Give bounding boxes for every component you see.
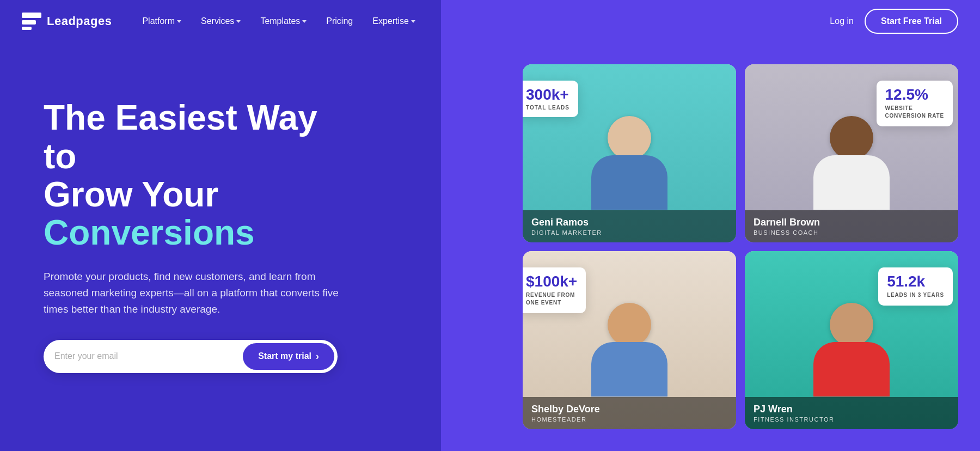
stat-label: Total Leads	[526, 105, 569, 111]
card-label-darnell: Darnell Brown Business Coach	[745, 210, 958, 242]
navigation: Leadpages Platform Services Templates Pr…	[0, 0, 980, 42]
email-form: Start my trial ›	[44, 340, 338, 373]
hero-content: The Easiest Way to Grow Your Conversions…	[0, 42, 392, 451]
start-trial-cta[interactable]: Start my trial ›	[243, 343, 334, 370]
stat-badge-512: 51.2k Leads in 3 years	[878, 267, 953, 306]
nav-platform[interactable]: Platform	[133, 12, 190, 31]
stat-badge-125: 12.5% WebsiteConversion Rate	[877, 81, 953, 126]
person-role: Digital Marketer	[531, 229, 727, 236]
nav-templates[interactable]: Templates	[252, 12, 315, 31]
person-role: Homesteader	[531, 416, 727, 423]
card-label-pj: PJ Wren Fitness Instructor	[745, 397, 958, 429]
person-body	[591, 155, 667, 210]
login-button[interactable]: Log in	[830, 16, 854, 26]
chevron-down-icon	[411, 20, 415, 23]
logo[interactable]: Leadpages	[22, 11, 112, 31]
brand-name: Leadpages	[47, 14, 112, 28]
chevron-down-icon	[236, 20, 241, 23]
person-figure-darnell	[813, 116, 890, 210]
chevron-down-icon	[177, 20, 181, 23]
testimonial-card-shelby: Shelby DeVore Homesteader $100k+ Revenue…	[523, 251, 736, 429]
testimonial-card-geni: Geni Ramos Digital Marketer 300k+ Total …	[523, 64, 736, 242]
card-label-geni: Geni Ramos Digital Marketer	[523, 210, 736, 242]
nav-pricing[interactable]: Pricing	[317, 12, 362, 31]
email-input[interactable]	[54, 347, 243, 365]
person-name: Geni Ramos	[531, 217, 727, 228]
testimonials-grid: Geni Ramos Digital Marketer 300k+ Total …	[490, 42, 980, 451]
testimonial-card-darnell: Darnell Brown Business Coach 12.5% Websi…	[745, 64, 958, 242]
chevron-down-icon	[302, 20, 307, 23]
person-role: Business Coach	[754, 229, 950, 236]
logo-icon	[22, 11, 41, 31]
stat-label: Revenue fromone event	[526, 291, 577, 307]
stat-value: 12.5%	[885, 87, 945, 102]
stat-value: 300k+	[526, 87, 569, 102]
stat-badge-300k: 300k+ Total Leads	[523, 81, 578, 117]
person-body	[591, 342, 667, 397]
hero-title: The Easiest Way to Grow Your Conversions	[44, 99, 348, 252]
person-figure-geni	[591, 116, 667, 210]
stat-value: 51.2k	[887, 274, 944, 289]
card-label-shelby: Shelby DeVore Homesteader	[523, 397, 736, 429]
person-name: Darnell Brown	[754, 217, 950, 228]
testimonial-card-pj: PJ Wren Fitness Instructor 51.2k Leads i…	[745, 251, 958, 429]
person-role: Fitness Instructor	[754, 416, 950, 423]
hero-subtitle: Promote your products, find new customer…	[44, 269, 348, 318]
start-trial-button[interactable]: Start Free Trial	[865, 9, 958, 34]
nav-right: Log in Start Free Trial	[830, 9, 958, 34]
person-name: PJ Wren	[754, 404, 950, 415]
arrow-icon: ›	[316, 351, 319, 362]
person-figure-shelby	[591, 303, 667, 397]
stat-label: Leads in 3 years	[887, 291, 944, 299]
hero-title-accent: Conversions	[44, 213, 255, 252]
stat-value: $100k+	[526, 274, 577, 289]
person-body	[813, 342, 890, 397]
person-head	[830, 116, 873, 160]
stat-badge-100k: $100k+ Revenue fromone event	[523, 267, 586, 313]
person-body	[813, 155, 890, 210]
person-head	[830, 303, 873, 346]
person-figure-pj	[813, 303, 890, 397]
nav-links: Platform Services Templates Pricing Expe…	[133, 12, 830, 31]
stat-label: WebsiteConversion Rate	[885, 105, 945, 120]
person-head	[608, 116, 651, 160]
nav-expertise[interactable]: Expertise	[364, 12, 424, 31]
person-name: Shelby DeVore	[531, 404, 727, 415]
nav-services[interactable]: Services	[192, 12, 249, 31]
person-head	[608, 303, 651, 346]
